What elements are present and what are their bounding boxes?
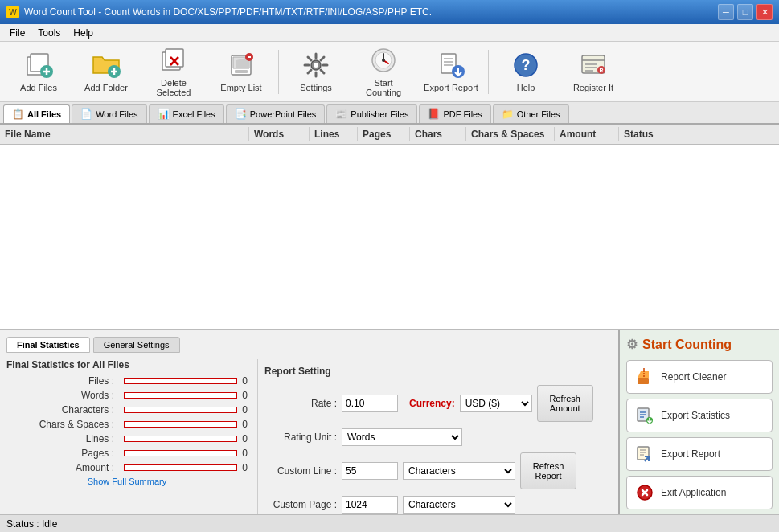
stat-bar-words: [124, 392, 237, 399]
other-files-tab-icon: 📁: [502, 108, 514, 120]
stat-bar-chars-spaces: [124, 421, 237, 428]
stat-bar-files: [124, 378, 237, 384]
rating-unit-select[interactable]: Words Characters Lines Pages: [342, 428, 462, 446]
empty-list-label: Empty List: [220, 83, 261, 92]
rate-input[interactable]: [342, 395, 398, 412]
export-statistics-icon: [635, 406, 654, 425]
stat-label-words: Words :: [6, 390, 119, 401]
col-filename: File Name: [0, 127, 249, 141]
minimize-button[interactable]: ─: [718, 4, 734, 20]
toolbar-separator-2: [488, 50, 489, 94]
stat-value-files: 0: [242, 375, 248, 387]
tab-word-files[interactable]: 📄 Word Files: [72, 104, 146, 123]
col-chars-spaces: Chars & Spaces: [466, 127, 555, 141]
currency-select[interactable]: USD ($) EUR (€) GBP (£): [460, 395, 532, 412]
report-cleaner-icon: [635, 367, 654, 387]
custom-page-input[interactable]: [342, 496, 398, 514]
stat-label-pages: Pages :: [6, 448, 119, 459]
refresh-amount-button[interactable]: Refresh Amount: [537, 385, 593, 422]
tab-all-files-label: All Files: [27, 109, 61, 119]
refresh-report-button[interactable]: Refresh Report: [520, 452, 576, 489]
export-report-right-button[interactable]: Export Report: [626, 437, 773, 471]
custom-page-unit-select[interactable]: Characters Words: [403, 496, 515, 514]
tab-publisher-files-label: Publisher Files: [351, 109, 408, 119]
panel-tab-general-settings[interactable]: General Settings: [93, 337, 180, 353]
stats-content: Final Statistics for All Files Files : 0…: [6, 359, 612, 526]
rate-row: Rate : Currency: USD ($) EUR (€) GBP (£)…: [264, 385, 605, 422]
tab-other-files[interactable]: 📁 Other Files: [493, 104, 569, 123]
add-files-button[interactable]: Add Files: [6, 46, 71, 98]
custom-line-unit-select[interactable]: Characters Words: [403, 462, 515, 480]
menu-tools[interactable]: Tools: [31, 26, 67, 40]
custom-line-input[interactable]: [342, 462, 398, 480]
delete-selected-button[interactable]: Delete Selected: [141, 46, 206, 98]
menu-file[interactable]: File: [3, 26, 31, 40]
final-stats-title: Final Statistics for All Files: [6, 359, 248, 370]
add-folder-label: Add Folder: [84, 83, 128, 92]
show-full-summary-link[interactable]: Show Full Summary: [6, 477, 248, 486]
svg-rect-46: [638, 378, 649, 384]
add-folder-button[interactable]: Add Folder: [74, 46, 138, 98]
tabs-bar: 📋 All Files 📄 Word Files 📊 Excel Files 📑…: [0, 102, 779, 125]
rate-label: Rate :: [264, 398, 337, 409]
col-amount: Amount: [555, 127, 619, 141]
currency-label: Currency:: [409, 398, 455, 409]
rating-unit-label: Rating Unit :: [264, 432, 337, 443]
stat-row-pages: Pages : 0: [6, 448, 248, 459]
tab-powerpoint-files-label: PowerPoint Files: [250, 109, 317, 119]
add-files-label: Add Files: [20, 83, 57, 92]
report-settings-title: Report Setting: [264, 366, 605, 377]
stat-value-pages: 0: [242, 448, 248, 459]
pdf-files-tab-icon: 📕: [428, 108, 440, 120]
export-report-icon: [437, 51, 465, 80]
svg-line-25: [308, 70, 311, 73]
start-counting-panel-icon: ⚙: [626, 337, 638, 352]
window-title: Word Count Tool - Count Words in DOC/XLS…: [24, 6, 432, 18]
menu-help[interactable]: Help: [67, 26, 100, 40]
settings-button[interactable]: Settings: [284, 46, 348, 98]
start-counting-button[interactable]: Start Counting: [351, 46, 416, 98]
word-files-tab-icon: 📄: [80, 108, 92, 120]
custom-line-row: Custom Line : Characters Words Refresh R…: [264, 452, 605, 489]
all-files-tab-icon: 📋: [12, 108, 24, 120]
register-it-icon: R: [579, 51, 608, 80]
stat-label-lines: Lines :: [6, 433, 119, 444]
export-report-right-icon: [635, 444, 654, 464]
stat-row-characters: Characters : 0: [6, 404, 248, 415]
export-statistics-button[interactable]: Export Statistics: [626, 399, 773, 432]
stats-panel: Final Statistics General Settings Final …: [0, 330, 618, 514]
stat-bar-pages: [124, 450, 237, 456]
exit-application-icon: [635, 483, 654, 502]
exit-application-button[interactable]: Exit Application: [626, 476, 773, 509]
toolbar-separator-1: [278, 50, 279, 94]
col-words: Words: [249, 127, 310, 141]
report-cleaner-label: Report Cleaner: [661, 371, 726, 383]
final-stats-area: Final Statistics for All Files Files : 0…: [6, 359, 248, 526]
powerpoint-files-tab-icon: 📑: [235, 108, 247, 120]
svg-line-22: [308, 57, 311, 60]
panel-tab-final-stats[interactable]: Final Statistics: [6, 337, 90, 353]
svg-point-17: [314, 63, 318, 68]
start-counting-icon: [369, 46, 398, 75]
tab-all-files[interactable]: 📋 All Files: [3, 104, 70, 123]
register-it-button[interactable]: R Register It: [561, 46, 625, 98]
svg-rect-13: [235, 70, 248, 73]
stat-value-words: 0: [242, 390, 248, 401]
export-report-button[interactable]: Export Report: [419, 46, 483, 98]
register-it-label: Register It: [573, 83, 613, 92]
stat-value-chars-spaces: 0: [242, 419, 248, 430]
table-body: [0, 145, 779, 329]
maximize-button[interactable]: □: [737, 4, 753, 20]
tab-excel-files-label: Excel Files: [173, 109, 215, 119]
help-button[interactable]: ? Help: [494, 46, 558, 98]
stat-value-amount: 0: [242, 462, 248, 473]
tab-powerpoint-files[interactable]: 📑 PowerPoint Files: [226, 104, 326, 123]
tab-publisher-files[interactable]: 📰 Publisher Files: [326, 104, 417, 123]
tab-excel-files[interactable]: 📊 Excel Files: [149, 104, 224, 123]
col-lines: Lines: [310, 127, 358, 141]
empty-list-button[interactable]: Empty List: [209, 46, 273, 98]
tab-pdf-files[interactable]: 📕 PDF Files: [419, 104, 490, 123]
close-button[interactable]: ✕: [756, 4, 773, 20]
publisher-files-tab-icon: 📰: [335, 108, 347, 120]
report-cleaner-button[interactable]: Report Cleaner: [626, 360, 773, 394]
